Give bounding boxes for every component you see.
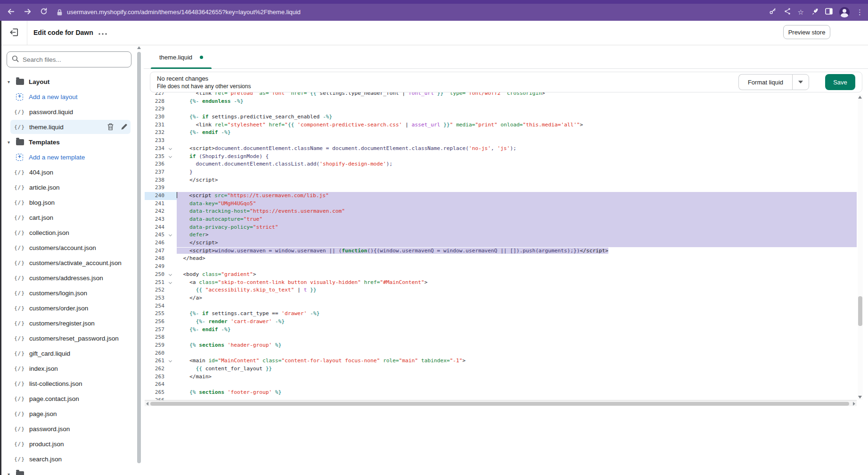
sidebar-item-index.json[interactable]: {/}index.json [1, 361, 136, 376]
reload-icon[interactable] [40, 7, 48, 17]
code-line-266[interactable]: 266 [145, 397, 857, 400]
format-liquid-button[interactable]: Format liquid [738, 74, 792, 90]
code-line-251[interactable]: 251 <a class="skip-to-content-link butto… [145, 279, 857, 287]
code-line-245[interactable]: 245 defer> [145, 231, 857, 239]
code-line-254[interactable]: 254 [145, 302, 857, 310]
horizontal-scroll-thumb[interactable] [150, 402, 849, 406]
code-line-250[interactable]: 250 <body class="gradient"> [145, 271, 857, 279]
sidebar-item-list-collections.json[interactable]: {/}list-collections.json [1, 376, 136, 391]
sidebar-item-page.json[interactable]: {/}page.json [1, 406, 136, 421]
fold-chevron-icon[interactable] [169, 273, 172, 276]
code-line-232[interactable]: 232 {%- endif -%} [145, 129, 857, 137]
code-line-258[interactable]: 258 [145, 333, 857, 342]
code-line-233[interactable]: 233 [145, 137, 857, 145]
vertical-scroll-thumb[interactable] [858, 296, 862, 326]
code-line-243[interactable]: 243 data-autocapture="true" [145, 216, 857, 224]
lock-icon[interactable] [57, 4, 63, 21]
code-line-249[interactable]: 249 [145, 263, 857, 271]
code-line-263[interactable]: 263 </main> [145, 373, 857, 381]
code-line-236[interactable]: 236 document.documentElement.classList.a… [145, 160, 857, 168]
code-line-257[interactable]: 257 {%- endif -%} [145, 326, 857, 334]
sidebar-folder-layout[interactable]: ▾Layout [1, 74, 136, 89]
code-line-228[interactable]: 228 {%- endunless -%} [145, 98, 857, 106]
code-line-239[interactable]: 239 [145, 184, 857, 192]
code-line-231[interactable]: 231 <link rel="stylesheet" href="{{ 'com… [145, 121, 857, 129]
fold-toggle[interactable] [167, 271, 177, 279]
sidebar-item-customers/addresses.json[interactable]: {/}customers/addresses.json [1, 270, 136, 285]
bookmark-star-icon[interactable]: ☆ [798, 9, 804, 16]
fold-chevron-icon[interactable] [169, 280, 172, 283]
save-button[interactable]: Save [825, 74, 855, 90]
sidebar-item-cart.json[interactable]: {/}cart.json [1, 210, 136, 225]
code-line-234[interactable]: 234 <script>document.documentElement.cla… [145, 145, 857, 153]
code-line-242[interactable]: 242 data-tracking-host="https://events.u… [145, 208, 857, 216]
scroll-up-icon[interactable] [858, 96, 862, 99]
tab-theme-liquid[interactable]: theme.liquid [151, 45, 212, 69]
sidebar-item-customers/order.json[interactable]: {/}customers/order.json [1, 300, 136, 316]
code-line-265[interactable]: 265 {% sections 'footer-group' %} [145, 389, 857, 397]
exit-editor-button[interactable] [8, 27, 21, 39]
delete-file-button[interactable] [107, 123, 115, 131]
sidebar-item-gift_card.liquid[interactable]: {/}gift_card.liquid [1, 346, 136, 361]
add-file-button[interactable]: +Add a new layout [1, 89, 136, 104]
code-line-247[interactable]: 247 <script>window.usermaven = window.us… [145, 247, 857, 255]
sidebar-item-customers/account.json[interactable]: {/}customers/account.json [1, 240, 136, 255]
fold-toggle[interactable] [167, 231, 177, 239]
code-line-244[interactable]: 244 data-privacy-policy="strict" [145, 224, 857, 232]
code-line-241[interactable]: 241 data-key="UMgH4UGqo5" [145, 200, 857, 208]
sidebar-item-blog.json[interactable]: {/}blog.json [1, 195, 136, 210]
fold-chevron-icon[interactable] [169, 233, 172, 236]
code-line-240[interactable]: 240 <script src="https://t.usermaven.com… [145, 192, 857, 200]
code-line-246[interactable]: 246 </script> [145, 239, 857, 247]
code-line-252[interactable]: 252 {{ "accessibility.skip_to_text" | t … [145, 286, 857, 294]
rename-file-button[interactable] [121, 123, 128, 131]
fold-chevron-icon[interactable] [169, 147, 172, 150]
url-text[interactable]: usermaven.myshopify.com/admin/themes/146… [67, 4, 301, 21]
profile-avatar[interactable] [839, 7, 850, 17]
code-vertical-scrollbar[interactable] [858, 94, 863, 400]
code-line-261[interactable]: 261 <main id="MainContent" class="conten… [145, 357, 857, 365]
fold-toggle[interactable] [167, 153, 177, 161]
code-line-229[interactable]: 229 [145, 105, 857, 113]
search-input[interactable] [23, 56, 126, 63]
sidebar-item-customers/register.json[interactable]: {/}customers/register.json [1, 316, 136, 331]
sidebar-folder-templates[interactable]: ▾Templates [1, 134, 136, 150]
sidebar-item-password.json[interactable]: {/}password.json [1, 421, 136, 436]
scroll-right-icon[interactable] [853, 402, 855, 406]
share-icon[interactable] [784, 8, 791, 17]
sidebar-item-customers/login.json[interactable]: {/}customers/login.json [1, 285, 136, 300]
sidebar-item-customers/activate_account.json[interactable]: {/}customers/activate_account.json [1, 255, 136, 270]
sidebar-item-product.json[interactable]: {/}product.json [1, 436, 136, 451]
key-icon[interactable] [769, 8, 777, 17]
code-horizontal-scrollbar[interactable] [145, 400, 857, 406]
fold-toggle[interactable] [167, 145, 177, 153]
code-viewport[interactable]: 227 <link rel="preload" as="font" href="… [145, 92, 857, 400]
back-icon[interactable] [7, 7, 16, 18]
code-line-248[interactable]: 248 </head> [145, 255, 857, 263]
preview-store-button[interactable]: Preview store [783, 25, 830, 39]
sidebar-item-collection.json[interactable]: {/}collection.json [1, 225, 136, 240]
scroll-up-icon[interactable] [137, 46, 141, 49]
code-line-230[interactable]: 230 {%- if settings.predictive_search_en… [145, 113, 857, 121]
code-line-253[interactable]: 253 </a> [145, 294, 857, 302]
sidebar-item-password.liquid[interactable]: {/}password.liquid [1, 104, 136, 119]
code-line-264[interactable]: 264 [145, 381, 857, 389]
code-line-235[interactable]: 235 if (Shopify.designMode) { [145, 153, 857, 161]
fold-chevron-icon[interactable] [169, 154, 172, 158]
scroll-left-icon[interactable] [146, 402, 148, 406]
sidebar-scrollbar[interactable] [137, 46, 141, 473]
code-line-262[interactable]: 262 {{ content_for_layout }} [145, 365, 857, 373]
code-line-259[interactable]: 259 {% sections 'header-group' %} [145, 342, 857, 350]
code-line-237[interactable]: 237 } [145, 168, 857, 176]
code-line-256[interactable]: 256 {%- render 'cart-drawer' -%} [145, 318, 857, 326]
sidebar-item-theme.liquid[interactable]: {/}theme.liquid [1, 119, 136, 134]
add-file-button[interactable]: +Add a new template [1, 150, 136, 165]
sidebar-item-404.json[interactable]: {/}404.json [1, 165, 136, 180]
browser-menu-icon[interactable]: ⋮ [856, 9, 863, 16]
sidebar-item-search.json[interactable]: {/}search.json [1, 451, 136, 467]
more-options-button[interactable] [98, 30, 109, 36]
code-line-255[interactable]: 255 {%- if settings.cart_type == 'drawer… [145, 310, 857, 318]
forward-icon[interactable] [23, 7, 32, 18]
sidebar-item-page.contact.json[interactable]: {/}page.contact.json [1, 391, 136, 406]
extension-rocket-icon[interactable] [811, 8, 819, 17]
